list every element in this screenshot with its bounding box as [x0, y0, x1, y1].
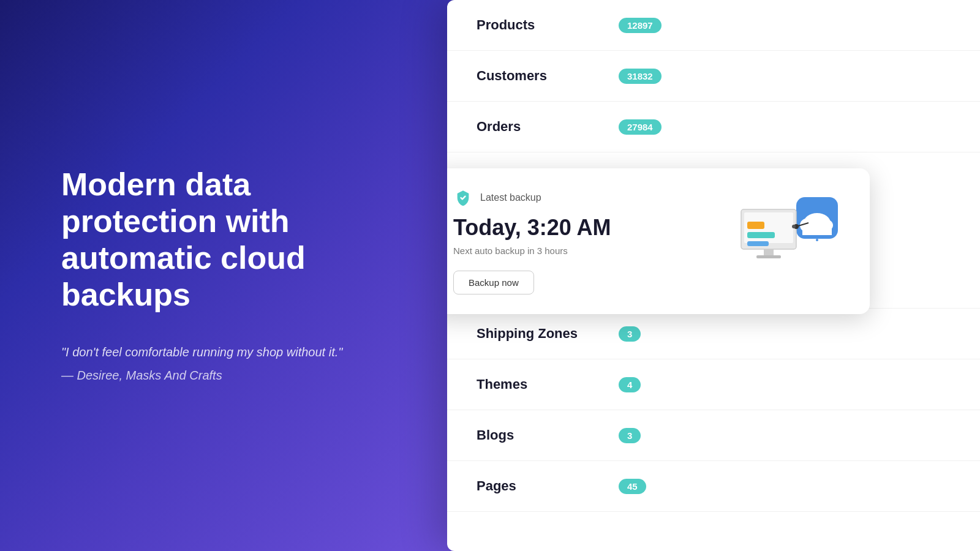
- svg-rect-13: [764, 249, 774, 255]
- right-panel: Products 12897 Customers 31832 Orders 27…: [447, 0, 980, 551]
- stat-row-products: Products 12897: [447, 0, 980, 51]
- backup-time: Today, 3:20 AM: [453, 215, 735, 241]
- stat-label-products: Products: [477, 17, 611, 33]
- main-heading: Modern data protection with automatic cl…: [61, 167, 398, 313]
- stat-row-shipping: Shipping Zones 3: [447, 309, 980, 359]
- stat-badge-themes: 4: [619, 377, 641, 392]
- backup-card-content: Latest backup Today, 3:20 AM Next auto b…: [453, 188, 735, 294]
- quote-author: — Desiree, Masks And Crafts: [61, 369, 222, 382]
- backup-now-button[interactable]: Backup now: [453, 271, 534, 294]
- stat-label-themes: Themes: [477, 377, 611, 392]
- svg-point-5: [810, 236, 812, 239]
- quote-text: "I don't feel comfortable running my sho…: [61, 343, 398, 361]
- stat-badge-pages: 45: [619, 479, 646, 494]
- stat-badge-customers: 31832: [619, 69, 662, 84]
- svg-point-6: [816, 239, 818, 241]
- svg-point-7: [822, 236, 824, 239]
- svg-rect-11: [747, 232, 775, 238]
- stat-row-blogs: Blogs 3: [447, 410, 980, 461]
- backup-card: Latest backup Today, 3:20 AM Next auto b…: [447, 168, 870, 314]
- stat-row-themes: Themes 4: [447, 359, 980, 410]
- stat-badge-shipping: 3: [619, 326, 641, 342]
- shield-icon: [453, 188, 473, 208]
- stat-row-customers: Customers 31832: [447, 51, 980, 102]
- svg-rect-14: [756, 255, 781, 258]
- stat-row-orders: Orders 27984: [447, 102, 980, 152]
- stat-label-orders: Orders: [477, 119, 611, 135]
- stat-label-shipping: Shipping Zones: [477, 326, 611, 342]
- backup-header: Latest backup: [453, 188, 735, 208]
- backup-illustration: [735, 188, 845, 286]
- svg-rect-12: [747, 241, 769, 246]
- left-panel: Modern data protection with automatic cl…: [0, 0, 459, 551]
- svg-rect-10: [747, 222, 764, 229]
- stat-badge-blogs: 3: [619, 428, 641, 443]
- stat-row-pages: Pages 45: [447, 461, 980, 512]
- quote-block: "I don't feel comfortable running my sho…: [61, 343, 398, 384]
- svg-rect-4: [802, 225, 832, 235]
- stat-label-blogs: Blogs: [477, 427, 611, 443]
- stat-label-customers: Customers: [477, 68, 611, 84]
- stat-label-pages: Pages: [477, 478, 611, 494]
- backup-next: Next auto backup in 3 hours: [453, 246, 735, 256]
- backup-title: Latest backup: [480, 192, 541, 203]
- svg-point-17: [792, 225, 796, 228]
- stat-badge-products: 12897: [619, 18, 662, 33]
- stat-badge-orders: 27984: [619, 119, 662, 135]
